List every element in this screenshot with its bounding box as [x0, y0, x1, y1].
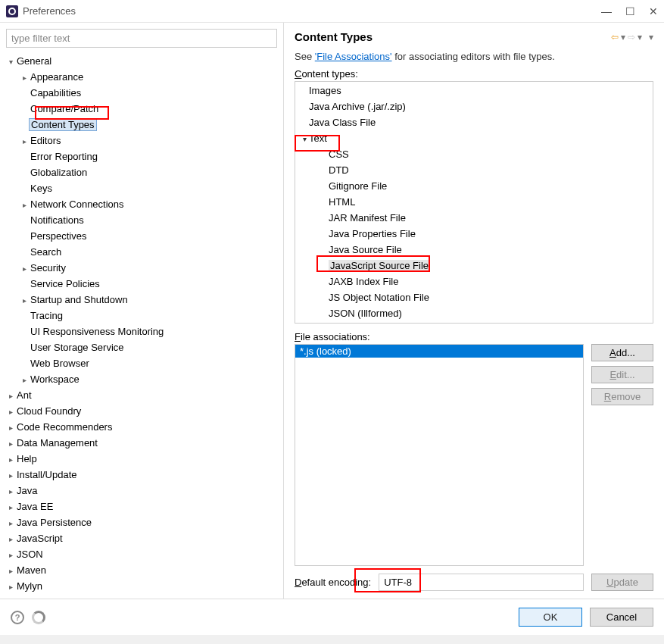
update-button: Update — [591, 574, 653, 591]
ct-node[interactable]: Java Archive (.jar/.zip) — [309, 101, 406, 112]
tree-node[interactable]: Capabilities — [29, 87, 83, 98]
content-types-tree[interactable]: ▸Images▸Java Archive (.jar/.zip)▸Java Cl… — [295, 81, 653, 324]
tree-node-general[interactable]: General — [15, 55, 53, 67]
tree-node[interactable]: UI Responsiveness Monitoring — [29, 326, 165, 337]
tree-node[interactable]: Data Management — [15, 437, 99, 449]
tree-node[interactable]: Search — [29, 246, 63, 258]
tree-node[interactable]: Keys — [29, 183, 54, 194]
ok-button[interactable]: OK — [519, 608, 582, 627]
tree-node[interactable]: Editors — [29, 135, 62, 146]
file-association-item[interactable]: *.js (locked) — [295, 345, 583, 358]
ct-node[interactable]: Java Properties File — [329, 228, 416, 239]
tree-node[interactable]: Network Connections — [29, 199, 126, 210]
tree-node[interactable]: Compare/Patch — [29, 103, 100, 114]
ct-node[interactable]: Gitignore File — [329, 180, 387, 192]
tree-node[interactable]: Appearance — [29, 71, 85, 83]
tree-node[interactable]: Mylyn — [15, 580, 44, 592]
right-pane: Content Types ⇦ ▾ ⇨ ▾ ▾ See 'File Associ… — [284, 23, 664, 599]
page-heading: Content Types — [295, 30, 373, 43]
cancel-button[interactable]: Cancel — [590, 608, 653, 627]
tree-node[interactable]: Error Reporting — [29, 151, 99, 162]
window-title: Preferences — [23, 5, 601, 17]
ct-node[interactable]: Images — [309, 85, 341, 96]
tree-node[interactable]: Service Policies — [29, 278, 101, 289]
ct-node[interactable]: JAR Manifest File — [329, 212, 406, 224]
file-associations-list[interactable]: *.js (locked) — [295, 344, 584, 566]
tree-node[interactable]: Install/Update — [15, 469, 79, 480]
ct-node-text[interactable]: Text — [309, 133, 327, 144]
tree-node[interactable]: Help — [15, 453, 39, 464]
close-icon[interactable]: ✕ — [649, 5, 658, 17]
ct-node[interactable]: DTD — [329, 164, 349, 176]
ct-node[interactable]: HTML — [329, 196, 355, 208]
tree-node[interactable]: Security — [29, 262, 67, 274]
ct-node[interactable]: JSON (Illformed) — [329, 308, 402, 319]
minimize-icon[interactable]: — — [601, 5, 612, 17]
tree-node[interactable]: Content Types — [29, 118, 97, 131]
tree-node[interactable]: Cloud Foundry — [15, 405, 83, 417]
tree-node[interactable]: Perspectives — [29, 230, 88, 242]
help-icon[interactable]: ? — [11, 611, 24, 624]
nav-forward-icon[interactable]: ⇨ — [628, 32, 635, 42]
default-encoding-label: Default encoding: — [295, 577, 371, 588]
tree-node[interactable]: Notifications — [29, 214, 86, 226]
titlebar: Preferences — ☐ ✕ — [0, 0, 664, 23]
file-associations-link[interactable]: 'File Associations' — [315, 51, 392, 62]
footer: ? OK Cancel — [0, 599, 664, 635]
remove-button: Remove — [591, 388, 653, 405]
tree-node[interactable]: User Storage Service — [29, 342, 126, 353]
tree-node[interactable]: Java — [15, 485, 39, 496]
tree-node[interactable]: JavaScript — [15, 533, 64, 544]
file-associations-label: File associations: — [295, 331, 653, 342]
edit-button: Edit... — [591, 366, 653, 383]
filter-input[interactable]: type filter text — [6, 29, 277, 48]
content-types-label: Content types: — [295, 68, 653, 80]
tree-node[interactable]: Ant — [15, 389, 33, 401]
tree-node[interactable]: Oomph — [15, 596, 51, 599]
view-menu-icon[interactable]: ▾ — [649, 32, 653, 42]
progress-icon[interactable] — [32, 611, 45, 624]
ct-node[interactable]: JavaScript Source File — [329, 260, 430, 271]
default-encoding-input[interactable] — [379, 574, 584, 591]
left-pane: type filter text ▾General▸Appearance▸Cap… — [0, 23, 284, 599]
ct-node[interactable]: JS Object Notation File — [329, 292, 429, 303]
nav-back-menu-icon[interactable]: ▾ — [621, 32, 625, 42]
tree-node[interactable]: Code Recommenders — [15, 421, 114, 433]
tree-node[interactable]: Startup and Shutdown — [29, 294, 129, 305]
ct-node[interactable]: Java Class File — [309, 117, 376, 128]
intro-text: See 'File Associations' for associating … — [295, 51, 653, 62]
ct-node[interactable]: JAXB Index File — [329, 276, 399, 287]
tree-node[interactable]: Maven — [15, 564, 48, 576]
maximize-icon[interactable]: ☐ — [625, 5, 635, 17]
preferences-tree[interactable]: ▾General▸Appearance▸Capabilities▸Compare… — [0, 54, 282, 599]
tree-node[interactable]: Java EE — [15, 501, 55, 512]
tree-node[interactable]: JSON — [15, 549, 45, 560]
tree-node[interactable]: Tracing — [29, 310, 64, 321]
nav-back-icon[interactable]: ⇦ — [611, 32, 619, 42]
tree-node[interactable]: Globalization — [29, 167, 89, 178]
tree-node[interactable]: Web Browser — [29, 358, 91, 369]
tree-node[interactable]: Java Persistence — [15, 517, 93, 528]
tree-node[interactable]: Workspace — [29, 374, 81, 385]
ct-node[interactable]: Java Source File — [329, 244, 402, 255]
app-icon — [6, 5, 18, 17]
ct-node[interactable]: CSS — [329, 148, 349, 160]
add-button[interactable]: Add... — [591, 344, 653, 361]
nav-forward-menu-icon[interactable]: ▾ — [638, 32, 642, 42]
